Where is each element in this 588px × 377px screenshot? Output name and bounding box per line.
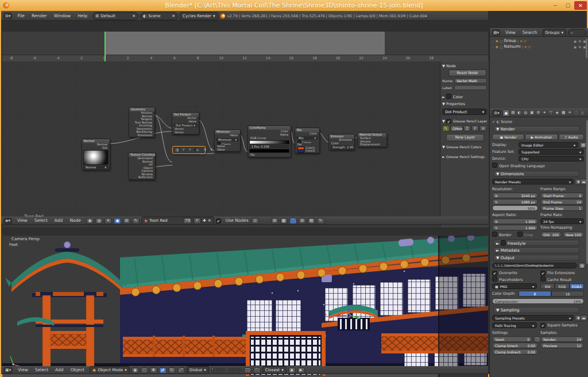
shader-object-icon[interactable]: ◉ (86, 218, 94, 224)
osl-checkbox[interactable] (492, 163, 497, 168)
fake-user-button[interactable]: F (194, 218, 201, 224)
menu-item-file[interactable]: File (14, 12, 28, 20)
node-dropdown[interactable]: Minimum▾ (216, 138, 239, 141)
properties-tab-physics-icon[interactable]: ◌ (573, 109, 579, 116)
outliner-item-name[interactable]: Natsumi (504, 44, 521, 49)
properties-tab-data-icon[interactable]: ▽ (548, 109, 554, 116)
material-datablock[interactable]: ◉ Toon Red 79 F ✚ ✕ (141, 217, 214, 225)
layer-grid-1[interactable] (211, 368, 225, 373)
eye-icon[interactable]: ◉ (574, 39, 577, 43)
render-opengl-icon[interactable]: ◉ (288, 367, 296, 374)
disclosure-icon[interactable]: ◦ (492, 39, 494, 43)
device-dropdown[interactable]: CPU▾ (519, 156, 584, 161)
properties-tab-material-icon[interactable]: ◈ (554, 109, 560, 116)
frame-step-field[interactable]: Frame Step:1 (540, 205, 584, 211)
menu-item-view[interactable]: View (502, 29, 519, 37)
properties-tab-scene-icon[interactable]: ◐ (516, 109, 523, 116)
menu-item-select[interactable]: Select (32, 366, 52, 374)
snap-node-icon[interactable]: ⌒ (289, 218, 297, 224)
render-engine-selector[interactable]: Cycles Render ▾ (180, 12, 218, 20)
border-checkbox[interactable] (492, 232, 497, 237)
node-color-ramp[interactable] (249, 149, 289, 153)
properties-tab-extra-icon[interactable]: △ (579, 109, 586, 116)
shader-world-icon[interactable]: ◍ (95, 218, 103, 224)
node-output-socket[interactable]: Dot (82, 147, 110, 150)
node-editor[interactable]: NormalNormalDotNormal▾GeometryPositionNo… (2, 61, 488, 228)
remap-old-field[interactable]: Old:100 (540, 232, 562, 237)
snap-magnet-icon[interactable]: ⌒ (253, 367, 261, 374)
material-users-count[interactable]: 79 (183, 218, 192, 224)
node-texture-coordinate[interactable]: Texture CoordinateGeneratedNormalUVObjec… (128, 152, 156, 180)
menu-item-select[interactable]: Select (31, 217, 51, 225)
gp-unlink-button[interactable]: ✕ (479, 125, 487, 132)
square-samples-checkbox[interactable]: ✔ (540, 323, 546, 328)
color-panel-header[interactable]: ► Color (442, 94, 487, 99)
properties-tab-particles-icon[interactable]: ✳ (567, 109, 573, 116)
node-input-socket[interactable]: Vector (202, 148, 206, 152)
screen-layout-selector[interactable]: ⊞ Default ✕ (92, 12, 138, 20)
color-swatch[interactable] (297, 149, 304, 153)
reset-node-button[interactable]: Reset Node (448, 70, 486, 76)
gp-brush-icon[interactable]: ✎ (442, 125, 450, 132)
snap-element-selector[interactable]: Closest ▾ (262, 366, 287, 374)
menu-item-view[interactable]: View (14, 217, 31, 225)
manipulator-move-icon[interactable]: ✥ (150, 367, 157, 374)
node-title[interactable]: Emission (329, 134, 354, 139)
editor-type-info-button[interactable]: ⊞▾ (3, 13, 12, 19)
manipulator-rotate-icon[interactable]: ↻ (168, 367, 176, 374)
compression-slider[interactable]: Compression:15% (492, 298, 584, 304)
outliner-scrollbar[interactable] (586, 39, 587, 58)
node-dropdown[interactable]: Normal▾ (83, 166, 109, 169)
crop-row[interactable]: Crop (517, 232, 533, 237)
restrict-x-icon[interactable]: ✕ (520, 39, 523, 43)
node-emission[interactable]: EmissionEmissionColorStrength: 1.000 (328, 134, 355, 150)
funnel-icon[interactable]: ▽ (524, 39, 527, 43)
menu-item-render[interactable]: Render (28, 12, 51, 20)
menu-item-add[interactable]: Add (51, 217, 67, 225)
properties-tab-world-icon[interactable]: ◍ (523, 109, 529, 116)
viewport-3d[interactable]: Camera Persp Feet (1) Cube.004 (2, 236, 488, 377)
outliner-row[interactable]: ◦❖▢Natsumi|✕▽◉✜▣ (492, 44, 586, 49)
samples-render-field[interactable]: Render:24 (540, 336, 584, 342)
node-title[interactable]: Material Output (358, 133, 386, 137)
end-frame-field[interactable]: End Frame:24 (540, 199, 584, 205)
depth-8-button[interactable]: 8 (519, 291, 551, 297)
render-presets-dropdown[interactable]: Render Presets▾ (492, 179, 574, 184)
border-row[interactable]: Border (492, 232, 512, 237)
funnel-icon[interactable]: ▽ (528, 45, 531, 49)
pin-icon[interactable]: ⊙ (252, 218, 259, 224)
dimensions-panel-header[interactable]: ▼ Dimensions (493, 171, 579, 177)
node-output-socket[interactable]: Color (295, 132, 319, 136)
channels-rgb-button[interactable]: RGB (555, 283, 569, 289)
manipulator-scale-icon[interactable]: ⤢ (177, 367, 185, 374)
copy-icon[interactable]: ▤ (308, 218, 315, 224)
render-button[interactable]: ▣Render (492, 134, 524, 140)
node-dropdown[interactable]: Mix▾ (296, 136, 318, 140)
render-opengl-anim-icon[interactable]: ▶ (297, 367, 305, 374)
node-normal[interactable]: NormalNormalDotNormal▾ (82, 139, 110, 170)
gp-layers-checkbox[interactable]: ✔ (446, 119, 451, 124)
placeholders-checkbox[interactable] (492, 276, 497, 282)
outliner-filter-selector[interactable]: Groups ▾ (543, 29, 566, 37)
backdrop-icon[interactable]: ▦ (280, 218, 288, 224)
properties-tab-render-layers-icon[interactable]: ▤ (510, 109, 516, 116)
start-frame-field[interactable]: Start Frame:0 (540, 193, 584, 198)
gp-colors-header[interactable]: ▼ Grease Pencil Colors (442, 144, 487, 149)
node-input-socket[interactable]: Vector (172, 131, 199, 134)
cache-checkbox[interactable] (540, 276, 546, 282)
properties-tab-render-icon[interactable]: ◉ (502, 109, 510, 117)
close-button[interactable]: ✕ (574, 1, 587, 10)
node-output-socket[interactable]: Value (215, 134, 240, 137)
aspect-x-field[interactable]: X:1.000 (492, 218, 538, 224)
gp-layer-count[interactable]: 2 (463, 125, 471, 132)
node-value-field[interactable]: Strength: 1.000 (330, 145, 353, 149)
gp-layers-header[interactable]: ▼ ✔Grease Pencil Layers (442, 118, 487, 124)
new-layer-button[interactable]: New Layer (446, 134, 484, 141)
menu-item-node[interactable]: Node (66, 217, 84, 225)
freestyle-checkbox[interactable] (501, 240, 506, 245)
close-icon[interactable]: ✕ (172, 14, 175, 18)
node-title[interactable]: Minimum (215, 130, 240, 134)
maximize-button[interactable]: ☐ (562, 1, 574, 10)
square-samples-row[interactable]: ✔Square Samples (540, 322, 578, 328)
node-title[interactable]: ColorRamp (248, 126, 291, 130)
